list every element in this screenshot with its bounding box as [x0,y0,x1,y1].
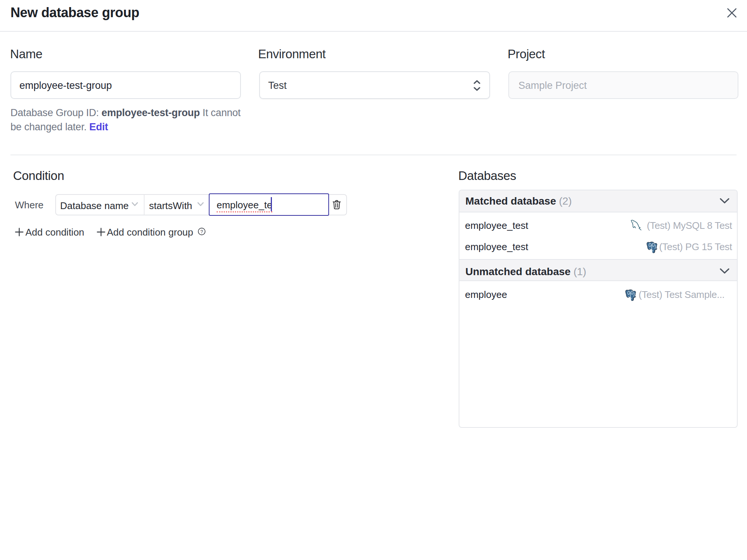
svg-text:?: ? [200,229,203,234]
